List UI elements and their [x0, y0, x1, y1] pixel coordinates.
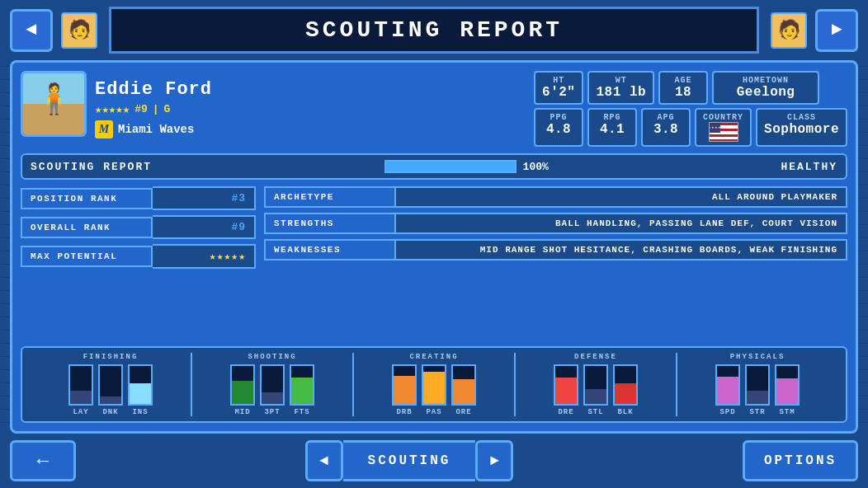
- health-status: HEALTHY: [781, 161, 837, 173]
- skill-bar-fill-str: [747, 391, 768, 404]
- skill-bar-label-stm: STM: [779, 408, 795, 416]
- prev-player-button[interactable]: ◄: [10, 9, 53, 52]
- skill-bar-defense-dre: DRE: [554, 364, 578, 416]
- stat-wt: WT 181 lb: [587, 71, 654, 105]
- progress-bar-container: [384, 160, 517, 173]
- scouting-next-icon: ►: [490, 453, 499, 469]
- age-label: AGE: [667, 76, 700, 85]
- main-content-split: POSITION RANK #3 OVERALL RANK #9 MAX POT…: [21, 186, 847, 340]
- portrait-sprite: 🧍: [35, 82, 73, 118]
- skill-bar-outer-spd: [715, 364, 740, 406]
- skill-bar-outer-dre: [554, 364, 578, 406]
- progress-text: 100%: [523, 161, 549, 173]
- skill-bars-row-finishing: LAYDNKINS: [68, 364, 153, 416]
- ppg-label: PPG: [542, 113, 575, 122]
- back-button[interactable]: ←: [10, 440, 76, 481]
- skill-bar-fill-3pt: [262, 392, 283, 404]
- skill-bar-finishing-lay: LAY: [68, 364, 93, 416]
- archetype-value: ALL AROUND PLAYMAKER: [396, 186, 847, 208]
- age-value: 18: [667, 85, 700, 100]
- skill-bar-outer-3pt: [260, 364, 285, 406]
- stat-age: AGE 18: [658, 71, 708, 105]
- skills-categories: FINISHINGLAYDNKINSSHOOTINGMID3PTFTSCREAT…: [31, 353, 837, 416]
- stat-hometown: HOMETOWN Geelong: [712, 71, 819, 105]
- skill-bar-label-lay: LAY: [73, 408, 88, 416]
- flag-canton: ★★★★★★: [710, 123, 721, 133]
- player-info-row: 🧍 Eddie Ford ★★★★★ #9 | G M Miami Waves: [21, 71, 847, 147]
- flag-box: ★★★★★★: [703, 122, 743, 142]
- overall-rank-number: #9: [231, 221, 246, 233]
- max-potential-label: MAX POTENTIAL: [21, 246, 153, 267]
- skill-bar-label-ins: INS: [132, 408, 148, 416]
- player-portrait: 🧍: [21, 71, 87, 137]
- scouting-center-label: SCOUTING: [368, 453, 451, 468]
- player-stars: ★★★★★: [95, 102, 130, 116]
- strengths-value: BALL HANDLING, PASSING LANE DEF, COURT V…: [396, 213, 847, 234]
- skill-bar-physicals-spd: SPD: [715, 364, 740, 416]
- stat-ppg: PPG 4.8: [534, 108, 583, 147]
- archetype-label: ARCHETYPE: [264, 186, 396, 208]
- skill-bar-label-spd: SPD: [719, 408, 735, 416]
- skill-bar-finishing-dnk: DNK: [98, 364, 123, 416]
- archetype-row: ARCHETYPE ALL AROUND PLAYMAKER: [264, 186, 847, 208]
- player-position: G: [164, 103, 171, 115]
- us-flag-icon: ★★★★★★: [709, 122, 738, 142]
- page-title: SCOUTING REPORT: [128, 17, 740, 43]
- header-avatar-right: 🧑: [771, 12, 807, 49]
- country-label: COUNTRY: [703, 113, 743, 122]
- stat-country: COUNTRY ★★★★★★: [695, 108, 752, 147]
- header: ◄ 🧑 SCOUTING REPORT 🧑 ►: [0, 0, 868, 60]
- skill-bar-fill-lay: [70, 391, 92, 404]
- scouting-next-button[interactable]: ►: [475, 440, 513, 481]
- skill-bar-label-mid: MID: [234, 408, 250, 416]
- strengths-row: STRENGTHS BALL HANDLING, PASSING LANE DE…: [264, 213, 847, 234]
- skill-bar-label-drb: DRB: [396, 408, 412, 416]
- back-arrow-icon: ←: [37, 450, 49, 472]
- right-panel: ARCHETYPE ALL AROUND PLAYMAKER STRENGTHS…: [264, 186, 847, 340]
- skill-bar-label-str: STR: [749, 408, 765, 416]
- skill-bars-row-shooting: MID3PTFTS: [230, 364, 314, 416]
- scouting-header-row: SCOUTING REPORT 100% HEALTHY: [31, 160, 837, 173]
- hometown-label: HOMETOWN: [720, 76, 811, 85]
- skill-bar-finishing-ins: INS: [128, 364, 153, 416]
- skill-bar-fill-ore: [453, 379, 474, 404]
- ppg-value: 4.8: [542, 122, 575, 137]
- scouting-label-button[interactable]: SCOUTING: [343, 440, 476, 481]
- max-potential-stars: ★★★★★: [210, 251, 246, 263]
- scouting-prev-icon: ◄: [319, 453, 328, 469]
- skill-bar-fill-drb: [394, 376, 415, 405]
- header-right-nav: 🧑 ►: [767, 9, 858, 52]
- skill-bar-physicals-str: STR: [745, 364, 770, 416]
- skill-bar-label-fts: FTS: [294, 408, 309, 416]
- skill-bar-outer-fts: [290, 364, 314, 406]
- overall-rank-row: OVERALL RANK #9: [21, 215, 256, 239]
- skill-bar-fill-blk: [615, 383, 636, 404]
- weaknesses-row: WEAKNESSES MID RANGE SHOT HESITANCE, CRA…: [264, 239, 847, 260]
- ht-label: HT: [542, 76, 575, 85]
- header-title-box: SCOUTING REPORT: [109, 7, 759, 54]
- skill-bar-label-pas: PAS: [426, 408, 441, 416]
- overall-rank-label: OVERALL RANK: [21, 217, 153, 238]
- position-rank-row: POSITION RANK #3: [21, 186, 256, 210]
- header-avatar-left: 🧑: [61, 12, 97, 49]
- footer: ← ◄ SCOUTING ► OPTIONS: [0, 434, 868, 488]
- options-button[interactable]: OPTIONS: [743, 440, 858, 481]
- skill-bar-shooting-mid: MID: [230, 364, 255, 416]
- max-potential-row: MAX POTENTIAL ★★★★★: [21, 244, 256, 269]
- left-panel: POSITION RANK #3 OVERALL RANK #9 MAX POT…: [21, 186, 256, 340]
- skill-bar-label-dre: DRE: [558, 408, 573, 416]
- overall-rank-value: #9: [153, 215, 256, 239]
- team-name: Miami Waves: [118, 123, 194, 136]
- ht-value: 6'2": [542, 85, 575, 100]
- skill-bar-fill-stl: [585, 389, 606, 404]
- position-rank-number: #3: [231, 192, 246, 204]
- skill-cat-creating: CREATINGDRBPASORE: [354, 353, 516, 416]
- skill-bar-creating-drb: DRB: [392, 364, 417, 416]
- content-area: 🧍 Eddie Ford ★★★★★ #9 | G M Miami Waves: [10, 60, 858, 434]
- player-team: M Miami Waves: [95, 120, 526, 138]
- skill-cat-finishing: FINISHINGLAYDNKINS: [31, 353, 192, 416]
- scouting-prev-button[interactable]: ◄: [305, 440, 343, 481]
- next-player-button[interactable]: ►: [815, 9, 858, 52]
- skill-cat-label-physicals: PHYSICALS: [730, 353, 785, 361]
- skill-cat-physicals: PHYSICALSSPDSTRSTM: [677, 353, 837, 416]
